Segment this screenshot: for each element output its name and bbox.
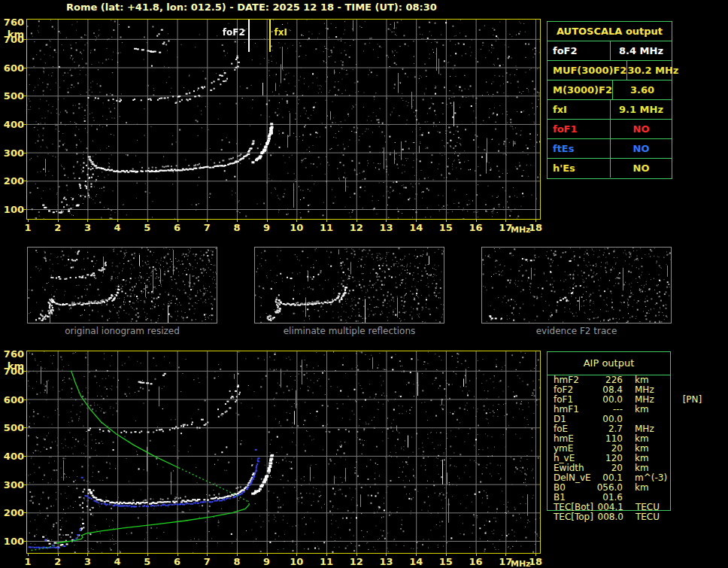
aip-row-unit: TECU — [635, 512, 660, 522]
x-tick-label: 5 — [136, 556, 159, 567]
page-title: Rome (lat: +41.8, lon: 012.5) - DATE: 20… — [66, 2, 437, 13]
x-tick — [505, 220, 506, 222]
autoscala-row-label: foF2 — [548, 41, 610, 60]
x-tick-label: 1 — [17, 556, 39, 567]
x-tick — [267, 554, 268, 556]
y-tick-label: 300 — [0, 147, 24, 159]
x-tick — [356, 554, 357, 556]
autoscala-row-label: fxI — [548, 100, 610, 119]
x-tick — [117, 554, 118, 556]
y-tick — [23, 399, 26, 400]
x-tick-label: 12 — [345, 222, 368, 233]
x-tick — [535, 554, 536, 556]
y-axis-unit: km — [0, 360, 24, 372]
x-tick — [535, 220, 536, 222]
x-tick-label: 11 — [315, 556, 338, 567]
x-tick-label: 9 — [256, 556, 278, 567]
y-tick-label: 200 — [0, 175, 24, 187]
x-tick-label: 2 — [47, 556, 69, 567]
aip-output-table: AIP output hmF2226kmfoF208.4MHzfoF100.0M… — [547, 351, 671, 511]
x-tick — [446, 554, 447, 556]
x-tick-label: 8 — [226, 222, 248, 233]
autoscala-row-value: 8.4 MHz — [610, 41, 672, 60]
x-tick — [58, 220, 59, 222]
x-tick — [446, 220, 447, 222]
thumbnail-caption-evidence: evidence F2 trace — [481, 326, 672, 336]
x-tick-label: 6 — [166, 222, 189, 233]
y-tick-label: 200 — [0, 507, 24, 518]
y-tick-label: 400 — [0, 451, 24, 462]
x-tick-label: 4 — [106, 556, 129, 567]
autoscala-output-table: AUTOSCALA output foF28.4 MHzMUF(3000)F23… — [547, 21, 672, 179]
x-tick — [416, 220, 417, 222]
x-tick — [326, 554, 327, 556]
recorded-ionogram-canvas — [26, 19, 541, 220]
y-tick-label: 600 — [0, 394, 24, 405]
x-tick-label: 11 — [315, 222, 338, 233]
x-tick — [87, 220, 88, 222]
x-tick-label: 7 — [196, 556, 218, 567]
y-tick — [23, 484, 26, 485]
x-tick — [296, 220, 297, 222]
x-tick — [386, 554, 387, 556]
x-tick-label: 13 — [375, 556, 397, 567]
x-tick — [356, 220, 357, 222]
y-tick-label: 300 — [0, 479, 24, 491]
y-tick-label: 500 — [0, 90, 24, 102]
aip-row-unit: km — [635, 405, 649, 415]
aip-row-label: TEC[Top] — [548, 512, 593, 522]
x-tick — [117, 220, 118, 222]
x-tick-label: 3 — [76, 222, 99, 233]
y-tick-label: 600 — [0, 62, 24, 74]
autoscala-row: MUF(3000)F230.2 MHz — [548, 61, 672, 80]
x-tick-label: 15 — [435, 222, 457, 233]
thumbnail-caption-original: original ionogram resized — [27, 326, 217, 336]
marker-line-fof2 — [248, 20, 250, 52]
x-tick-label: 2 — [47, 222, 69, 233]
autoscala-row-value: 3.60 — [612, 80, 672, 99]
aip-row-value: 008.0 — [593, 512, 623, 522]
marker-line-fxi — [269, 20, 271, 52]
aip-table-header: AIP output — [548, 352, 670, 375]
x-tick — [28, 554, 29, 556]
autoscala-row-label: h'Es — [548, 159, 610, 178]
autoscala-table-header: AUTOSCALA output — [548, 22, 672, 41]
x-tick-label: 8 — [226, 556, 248, 567]
x-tick — [147, 220, 148, 222]
x-tick-label: 6 — [166, 556, 189, 567]
x-tick — [326, 220, 327, 222]
x-tick-label: 10 — [285, 556, 308, 567]
x-tick-label: 3 — [76, 556, 99, 567]
thumbnail-evidence-f2-canvas — [481, 247, 672, 323]
autoscala-row: fxI9.1 MHz — [548, 100, 672, 120]
y-tick — [23, 209, 26, 210]
autoscala-row-label: foF1 — [548, 120, 610, 138]
x-tick — [28, 220, 29, 222]
y-tick-label: 760 — [0, 17, 24, 28]
x-tick — [386, 220, 387, 222]
thumbnail-caption-eliminate: eliminate multiple reflections — [254, 326, 444, 336]
x-tick-label: 16 — [465, 222, 487, 233]
x-tick-label: 1 — [17, 222, 39, 233]
autoscala-row-label: ftEs — [548, 139, 610, 158]
x-tick-label: 13 — [375, 222, 397, 233]
y-tick-label: 500 — [0, 422, 24, 433]
x-tick — [237, 220, 238, 222]
x-tick — [267, 220, 268, 222]
x-tick-label: 16 — [465, 556, 487, 567]
x-tick — [58, 554, 59, 556]
x-tick — [177, 220, 178, 222]
y-tick-label: 760 — [0, 348, 24, 360]
autoscala-row-value: NO — [610, 139, 672, 158]
x-tick — [177, 554, 178, 556]
y-tick-label: 100 — [0, 204, 24, 215]
autoscala-row: ftEsNO — [548, 139, 672, 159]
autoscala-row-label: MUF(3000)F2 — [548, 61, 626, 80]
x-tick-label: 10 — [285, 222, 308, 233]
x-tick — [416, 554, 417, 556]
y-tick — [23, 456, 26, 457]
autoscala-row: foF28.4 MHz — [548, 41, 672, 61]
x-axis-unit: MHz — [511, 225, 531, 235]
y-tick — [23, 96, 26, 96]
autoscala-row: h'EsNO — [548, 159, 672, 178]
